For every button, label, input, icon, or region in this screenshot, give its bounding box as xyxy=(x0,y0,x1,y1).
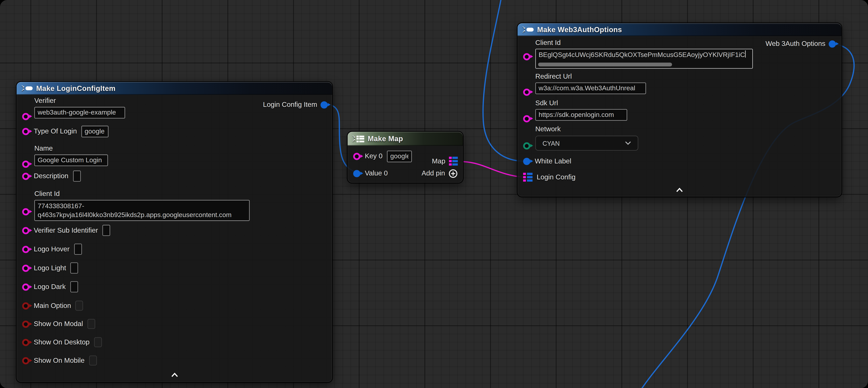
field-network: Network CYAN xyxy=(523,125,836,151)
pin-logo-hover[interactable] xyxy=(22,246,29,253)
pin-client-id[interactable] xyxy=(523,53,530,61)
node-titlebar[interactable]: ↘↗ Make LoginConfigItem xyxy=(17,82,332,95)
pin-name[interactable] xyxy=(22,161,29,168)
pin-verifier[interactable] xyxy=(22,113,29,120)
pin-label: Client Id xyxy=(34,190,327,198)
pin-label: Main Option xyxy=(34,301,71,310)
pin-label: Client Id xyxy=(535,39,836,47)
field-show-on-desktop: Show On Desktop xyxy=(22,336,327,348)
show-on-mobile-checkbox[interactable] xyxy=(89,355,97,365)
network-dropdown[interactable]: CYAN xyxy=(535,136,638,151)
pin-logo-light[interactable] xyxy=(22,264,29,272)
output-pin-label: Map xyxy=(432,157,445,165)
field-logo-dark: Logo Dark xyxy=(22,281,327,293)
pin-label: Show On Modal xyxy=(34,320,83,328)
pin-label: Verifier xyxy=(34,97,327,105)
show-on-desktop-checkbox[interactable] xyxy=(94,337,102,347)
pin-label: Login Config xyxy=(537,173,576,181)
description-input[interactable] xyxy=(73,171,81,182)
pin-label: Redirect Url xyxy=(535,72,836,81)
pin-value-0[interactable] xyxy=(353,170,361,177)
logo-dark-input[interactable] xyxy=(70,281,78,292)
key-0-input[interactable]: google xyxy=(387,150,412,162)
field-client-id: Client Id 774338308167-q463s7kpvja16l4l0… xyxy=(22,190,327,221)
field-verifier-sub-identifier: Verifier Sub Identifier xyxy=(22,225,327,237)
add-pin-label: Add pin xyxy=(422,169,445,177)
node-make-map[interactable]: ↘↗ Make Map Key 0 google Map Value 0 xyxy=(348,132,463,183)
pin-label: Show On Mobile xyxy=(34,356,85,364)
field-type-of-login: Type Of Login google xyxy=(22,125,327,138)
pin-description[interactable] xyxy=(22,173,29,180)
pin-redirect-url[interactable] xyxy=(523,89,530,96)
logo-light-input[interactable] xyxy=(70,262,78,273)
field-login-config: Login Config xyxy=(523,171,836,183)
collapse-chevron-icon[interactable] xyxy=(169,372,179,378)
wire-map-to-loginconfig[interactable] xyxy=(464,162,524,177)
node-title: Make Map xyxy=(368,135,403,143)
add-pin-row: Add pin xyxy=(422,167,458,179)
node-titlebar[interactable]: ↘↗ Make Web3AuthOptions xyxy=(518,23,841,36)
pin-type-of-login[interactable] xyxy=(22,127,29,135)
network-selected-value: CYAN xyxy=(542,140,560,147)
pin-white-label[interactable] xyxy=(523,157,530,165)
pin-label: Logo Hover xyxy=(34,245,69,253)
pin-label: White Label xyxy=(535,157,571,165)
verifier-sub-identifier-input[interactable] xyxy=(102,225,110,236)
pin-label: Network xyxy=(535,125,836,133)
show-on-modal-checkbox[interactable] xyxy=(88,319,95,329)
pin-client-id[interactable] xyxy=(22,208,29,215)
node-titlebar[interactable]: ↘↗ Make Map xyxy=(348,132,463,146)
field-name: Name Google Custom Login xyxy=(22,145,327,166)
add-pin-icon[interactable] xyxy=(448,169,458,178)
make-struct-icon: ↘↗ xyxy=(21,85,33,92)
field-sdk-url: Sdk Url https://sdk.openlogin.com xyxy=(523,99,836,121)
collapse-chevron-icon[interactable] xyxy=(675,187,684,192)
type-of-login-input[interactable]: google xyxy=(81,125,108,137)
redirect-url-input[interactable]: w3a://com.w3a.Web3AuthUnreal xyxy=(535,82,646,94)
pin-show-on-desktop[interactable] xyxy=(22,339,29,346)
pin-verifier-sub-identifier[interactable] xyxy=(22,227,29,234)
pin-show-on-mobile[interactable] xyxy=(22,357,29,364)
name-input[interactable]: Google Custom Login xyxy=(34,155,108,166)
pin-label: Logo Light xyxy=(34,264,66,272)
pin-label: Logo Dark xyxy=(34,283,66,291)
pin-label: Name xyxy=(34,145,327,153)
client-id-input[interactable]: BEglQSgt4cUWcj6SKRdu5QkOXTsePmMcusG5EAoy… xyxy=(535,49,753,69)
pin-label: Type Of Login xyxy=(34,127,77,136)
pin-logo-dark[interactable] xyxy=(22,283,29,291)
field-show-on-modal: Show On Modal xyxy=(22,318,327,330)
field-show-on-mobile: Show On Mobile xyxy=(22,355,327,367)
pin-label: Verifier Sub Identifier xyxy=(34,226,98,234)
pin-label: Description xyxy=(34,172,68,180)
pin-sdk-url[interactable] xyxy=(523,115,530,122)
output-row-map: Map xyxy=(432,155,458,167)
pin-label: Sdk Url xyxy=(535,99,836,108)
field-verifier: Verifier web3auth-google-example xyxy=(22,97,327,119)
pin-key-0[interactable] xyxy=(353,153,361,160)
node-make-loginconfigitem[interactable]: ↘↗ Make LoginConfigItem Login Config Ite… xyxy=(17,82,332,382)
sdk-url-input[interactable]: https://sdk.openlogin.com xyxy=(535,109,627,121)
pin-login-config[interactable] xyxy=(523,173,532,182)
field-logo-hover: Logo Hover xyxy=(22,243,327,255)
node-title: Make Web3AuthOptions xyxy=(537,25,622,34)
logo-hover-input[interactable] xyxy=(74,244,82,255)
blueprint-graph-canvas[interactable]: ↘↗ Make LoginConfigItem Login Config Ite… xyxy=(0,0,868,388)
text-cursor xyxy=(745,51,746,58)
pin-label: Value 0 xyxy=(365,169,388,177)
client-id-input[interactable]: 774338308167-q463s7kpvja16l4l0kko3nb925i… xyxy=(34,200,250,221)
node-title: Make LoginConfigItem xyxy=(36,84,116,92)
field-white-label: White Label xyxy=(523,155,836,167)
field-redirect-url: Redirect Url w3a://com.w3a.Web3AuthUnrea… xyxy=(523,72,836,94)
field-logo-light: Logo Light xyxy=(22,262,327,274)
pin-map-output[interactable] xyxy=(448,156,458,166)
pin-label: Key 0 xyxy=(365,152,382,160)
pin-network[interactable] xyxy=(523,142,530,150)
pin-show-on-modal[interactable] xyxy=(22,320,29,328)
make-struct-icon: ↘↗ xyxy=(522,26,534,33)
horizontal-scrollbar[interactable] xyxy=(538,62,672,66)
make-map-icon: ↘↗ xyxy=(352,135,365,142)
main-option-checkbox[interactable] xyxy=(75,301,83,311)
pin-main-option[interactable] xyxy=(22,302,29,309)
node-make-web3authoptions[interactable]: ↘↗ Make Web3AuthOptions Web 3Auth Option… xyxy=(518,23,841,197)
verifier-input[interactable]: web3auth-google-example xyxy=(34,107,125,118)
